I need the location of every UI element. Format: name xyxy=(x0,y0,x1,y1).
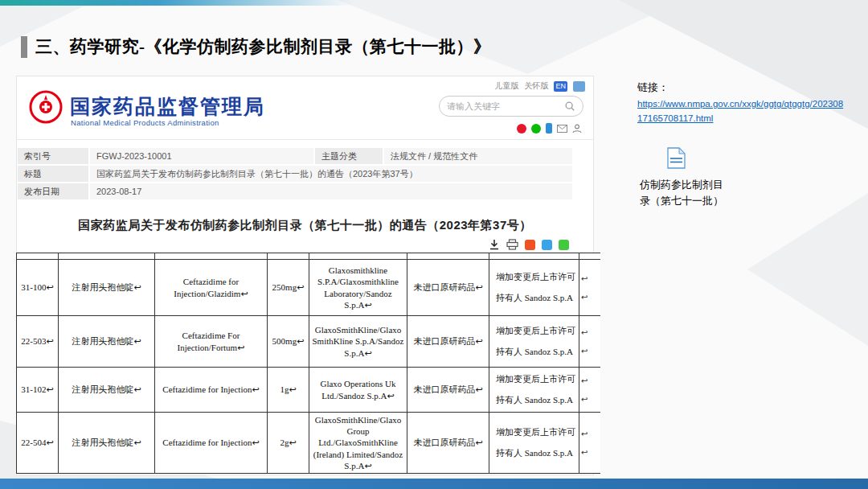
cell-name-cn: 注射用头孢他啶↩ xyxy=(59,316,155,368)
table-row: 22-504↩ 注射用头孢他啶↩ Ceftazidime for Injecti… xyxy=(17,413,600,474)
cell-spec: 250mg↩ xyxy=(268,260,309,316)
article-action-icons xyxy=(489,239,569,250)
site-topbar: 儿童版 关怀版 EN xyxy=(494,80,585,92)
nmpa-logo-icon xyxy=(28,89,63,125)
accessibility-badge[interactable] xyxy=(573,81,585,92)
info-index-value: FGWJ-2023-10001 xyxy=(89,147,314,165)
search-box[interactable] xyxy=(439,96,583,117)
cell-company: GlaxoSmithKline/Glaxo Group Ltd./GlaxoSm… xyxy=(309,413,407,474)
qzone-share-icon[interactable] xyxy=(542,240,552,250)
cell-paragraph-marks: ↩ ↩ xyxy=(579,260,600,316)
decor-triangle-right xyxy=(747,193,868,346)
cell-spec: 500mg↩ xyxy=(268,316,309,368)
cell-company: GlaxoSmithKline/Glaxo SmithKline S.p.A/S… xyxy=(309,316,407,368)
cell-remark: 增加变更后上市许可 持有人 Sandoz S.p.A xyxy=(489,316,579,368)
info-category-label: 主题分类 xyxy=(314,147,383,165)
cell-name-cn: 注射用头孢他啶↩ xyxy=(59,260,155,316)
mail-icon[interactable] xyxy=(557,125,567,133)
attachment-label: 仿制药参比制剂目 录（第七十一批） xyxy=(640,177,752,209)
cell-name-cn: 注射用头孢他啶↩ xyxy=(59,413,155,474)
cell-remark: 增加变更后上市许可 持有人 Sandoz S.p.A xyxy=(489,260,579,316)
cell-origin: 未进口原研药品↩ xyxy=(407,368,489,413)
cell-name-en: Ceftazidime for Injection/Glazidim↩ xyxy=(155,260,268,316)
info-index-label: 索引号 xyxy=(17,147,89,165)
mobile-icon[interactable] xyxy=(546,123,552,134)
cell-origin: 未进口原研药品↩ xyxy=(407,260,489,316)
decor-top-accent-strip xyxy=(0,0,354,6)
social-icons-row xyxy=(517,123,582,134)
cell-paragraph-marks: ↩ ↩ xyxy=(579,413,600,474)
wechat-icon[interactable] xyxy=(531,124,541,134)
org-name-cn: 国家药品监督管理局 xyxy=(70,93,265,120)
search-icon[interactable] xyxy=(564,101,575,112)
link-panel: 链接： https://www.nmpa.gov.cn/xxgk/ggtg/qt… xyxy=(637,80,864,209)
wechat-share-icon[interactable] xyxy=(559,240,569,250)
cell-origin: 未进口原研药品↩ xyxy=(407,316,489,368)
table-row: 31-100↩ 注射用头孢他啶↩ Ceftazidime for Injecti… xyxy=(17,260,600,316)
cell-name-en: Ceftazidime for Injection↩ xyxy=(155,413,268,474)
article-title: 国家药监局关于发布仿制药参比制剂目录（第七十一批）的通告（2023年第37号） xyxy=(17,218,593,233)
print-icon[interactable] xyxy=(506,239,518,250)
presentation-slide: 三、药学研究-《化学仿制药参比制剂目录（第七十一批）》 儿童版 关怀版 EN 国… xyxy=(0,0,868,489)
topbar-link-care[interactable]: 关怀版 xyxy=(524,80,548,92)
info-date-value: 2023-08-17 xyxy=(89,183,573,200)
slide-title-block: 三、药学研究-《化学仿制药参比制剂目录（第七十一批）》 xyxy=(21,35,491,58)
language-badge[interactable]: EN xyxy=(554,81,567,92)
title-accent-bar xyxy=(21,36,27,58)
org-name-en: National Medical Products Administration xyxy=(71,118,219,127)
table-clipped-header-row xyxy=(17,253,600,260)
cell-name-cn: 注射用头孢他啶↩ xyxy=(59,368,155,413)
cell-spec: 2g↩ xyxy=(268,413,309,474)
cell-company: Glaxosmithkline S.P.A/Glaxosmithkline La… xyxy=(309,260,407,316)
link-label: 链接： xyxy=(637,80,864,95)
info-category-value: 法规文件 / 规范性文件 xyxy=(383,147,573,165)
cell-remark: 增加变更后上市许可 持有人 Sandoz S.p.A xyxy=(489,368,579,413)
cell-origin: 未进口原研药品↩ xyxy=(407,413,489,474)
topbar-link-children[interactable]: 儿童版 xyxy=(494,80,518,92)
info-table: 索引号 FGWJ-2023-10001 主题分类 法规文件 / 规范性文件 标题… xyxy=(17,147,573,200)
info-title-value: 国家药监局关于发布仿制药参比制剂目录（第七十一批）的通告（2023年第37号） xyxy=(89,165,573,183)
cell-remark: 增加变更后上市许可 持有人 Sandoz S.p.A xyxy=(489,413,579,474)
document-icon[interactable] xyxy=(667,147,686,169)
weibo-share-icon[interactable] xyxy=(525,240,535,250)
user-icon[interactable] xyxy=(572,124,582,134)
nmpa-notice-link[interactable]: https://www.nmpa.gov.cn/xxgk/ggtg/qtggtg… xyxy=(637,97,848,126)
cell-paragraph-marks: ↩ ↩ xyxy=(579,316,600,368)
table-row: 22-503↩ 注射用头孢他啶↩ Ceftazidime For Injecti… xyxy=(17,316,600,368)
cell-name-en: Ceftazidime for Injection↩ xyxy=(155,368,268,413)
slide-title-rest: 《化学仿制药参比制剂目录（第七十一批）》 xyxy=(145,37,491,56)
attachment-block: 仿制药参比制剂目 录（第七十一批） xyxy=(640,147,752,209)
header-divider xyxy=(17,139,593,140)
reference-preparation-table: 31-100↩ 注射用头孢他啶↩ Ceftazidime for Injecti… xyxy=(16,253,600,474)
cell-paragraph-marks: ↩ ↩ xyxy=(579,368,600,413)
cell-name-en: Ceftazidime For Injection/Fortum↩ xyxy=(155,316,268,368)
cell-number: 22-503↩ xyxy=(17,316,59,368)
download-icon[interactable] xyxy=(489,239,500,250)
info-date-label: 发布日期 xyxy=(17,183,89,200)
cell-company: Glaxo Operations Uk Ltd./Sandoz S.p.A↩ xyxy=(309,368,407,413)
cell-number: 31-100↩ xyxy=(17,260,59,316)
slide-title: 三、药学研究-《化学仿制药参比制剂目录（第七十一批）》 xyxy=(35,35,491,58)
table-row: 31-102↩ 注射用头孢他啶↩ Ceftazidime for Injecti… xyxy=(17,368,600,413)
weibo-icon[interactable] xyxy=(517,124,526,134)
cell-number: 31-102↩ xyxy=(17,368,59,413)
bottom-accent-bar xyxy=(0,479,868,489)
search-input[interactable] xyxy=(447,101,559,111)
cell-number: 22-504↩ xyxy=(17,413,59,474)
info-title-label: 标题 xyxy=(17,165,89,183)
slide-title-bold: 三、药学研究- xyxy=(35,37,145,56)
cell-spec: 1g↩ xyxy=(268,368,309,413)
